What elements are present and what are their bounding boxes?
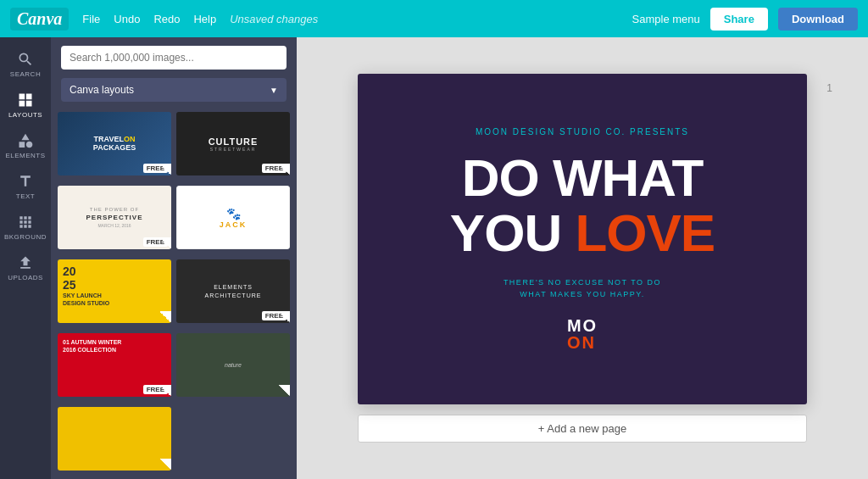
- sample-menu-link[interactable]: Sample menu: [632, 13, 700, 25]
- main-area: SEARCH LAYOUTS ELEMENTS TEXT BKGROUND UP…: [0, 37, 868, 479]
- uploads-icon: [17, 254, 34, 271]
- template-thumb-travel[interactable]: TRAVELONPACKAGES FREE: [58, 112, 171, 175]
- template-thumb-sky[interactable]: 2025 SKY LAUNCHDESIGN STUDIO: [58, 259, 171, 323]
- canvas-subtitle: MOON DESIGN STUDIO CO. PRESENTS: [476, 127, 689, 136]
- nav-undo[interactable]: Undo: [114, 13, 140, 25]
- nav-redo[interactable]: Redo: [153, 13, 180, 25]
- layouts-icon: [17, 92, 34, 109]
- text-icon: [17, 173, 34, 190]
- template-thumb-forest[interactable]: nature: [176, 333, 290, 397]
- unsaved-changes-label: Unsaved changes: [230, 13, 318, 25]
- search-bar: [51, 37, 297, 78]
- background-label: BKGROUND: [4, 233, 47, 241]
- sidebar-item-uploads[interactable]: UPLOADS: [0, 248, 51, 288]
- forest-thumb-text: nature: [225, 362, 242, 368]
- canva-logo[interactable]: Canva: [10, 8, 69, 31]
- perspective-thumb-main: PERSPECTIVE: [86, 214, 142, 221]
- header: Canva File Undo Redo Help Unsaved change…: [0, 0, 868, 37]
- free-badge-elements: FREE: [262, 311, 287, 320]
- canvas-logo-mo: MO: [567, 317, 598, 334]
- dropdown-bar: Canva layouts ▼: [51, 78, 297, 109]
- uploads-label: UPLOADS: [8, 274, 43, 281]
- add-page-button[interactable]: + Add a new page: [358, 415, 807, 443]
- template-thumb-elements[interactable]: ELEMENTSARCHITECTURE FREE: [176, 259, 290, 323]
- jack-thumb-icon: 🐾: [226, 207, 241, 220]
- search-input[interactable]: [61, 46, 287, 70]
- canvas-wrapper: MOON DESIGN STUDIO CO. PRESENTS DO WHAT …: [358, 74, 807, 404]
- canvas-area[interactable]: MOON DESIGN STUDIO CO. PRESENTS DO WHAT …: [297, 37, 868, 479]
- thumbnails-grid: TRAVELONPACKAGES FREE CULTURE STREETWEAR…: [51, 109, 297, 479]
- canvas-headline-line2: YOU LOVE: [450, 203, 715, 262]
- nav-help[interactable]: Help: [193, 13, 216, 25]
- canvas-headline: DO WHAT YOU LOVE: [450, 150, 715, 260]
- layouts-label: LAYOUTS: [8, 111, 42, 119]
- template-thumb-perspective[interactable]: THE POWER OF PERSPECTIVE MARCH 12, 2016 …: [58, 186, 171, 249]
- sidebar-item-search[interactable]: SEARCH: [0, 44, 51, 85]
- layout-dropdown-wrapper: Canva layouts ▼: [61, 78, 287, 102]
- text-label: TEXT: [16, 192, 35, 200]
- layout-dropdown[interactable]: Canva layouts: [61, 78, 287, 102]
- sidebar-item-background[interactable]: BKGROUND: [0, 207, 51, 248]
- canvas-headline-line1: DO WHAT: [450, 150, 715, 205]
- background-icon: [17, 214, 34, 231]
- layouts-panel: Canva layouts ▼ TRAVELONPACKAGES FREE CU…: [51, 37, 297, 479]
- template-thumb-yellow[interactable]: [58, 407, 171, 471]
- page-number: 1: [826, 82, 832, 94]
- sky-num: 2025: [63, 265, 109, 292]
- perspective-thumb-date: MARCH 12, 2016: [97, 223, 131, 228]
- template-thumb-autumn[interactable]: 01 Autumn Winter2016 Collection FREE: [58, 333, 171, 397]
- sky-text: SKY LAUNCHDESIGN STUDIO: [63, 292, 109, 307]
- share-button[interactable]: Share: [710, 8, 768, 31]
- culture-thumb-text: CULTURE: [209, 136, 259, 147]
- canvas-logo: MO ON: [567, 317, 598, 351]
- jack-thumb-text: JACK: [220, 220, 248, 229]
- free-badge-travel: FREE: [143, 164, 168, 173]
- download-button[interactable]: Download: [778, 8, 858, 31]
- free-badge-culture: FREE: [262, 164, 287, 173]
- canvas-you-text: YOU: [450, 203, 576, 262]
- nav-file[interactable]: File: [82, 13, 100, 25]
- sidebar-item-elements[interactable]: ELEMENTS: [0, 125, 51, 166]
- canvas-card[interactable]: MOON DESIGN STUDIO CO. PRESENTS DO WHAT …: [358, 74, 807, 404]
- template-thumb-jack[interactable]: 🐾 JACK: [176, 186, 290, 249]
- culture-thumb-sub: STREETWEAR: [210, 147, 257, 152]
- elements-label: ELEMENTS: [5, 152, 45, 159]
- canvas-love-text: LOVE: [575, 203, 715, 262]
- sidebar-item-text[interactable]: TEXT: [0, 166, 51, 207]
- elements-thumb-text: ELEMENTSARCHITECTURE: [205, 283, 262, 300]
- header-actions: Sample menu Share Download: [632, 8, 858, 31]
- autumn-thumb-text: 01 Autumn Winter2016 Collection: [63, 338, 121, 354]
- sidebar-item-layouts[interactable]: LAYOUTS: [0, 85, 51, 125]
- search-icon: [17, 51, 34, 68]
- perspective-thumb-top: THE POWER OF: [90, 207, 139, 212]
- template-thumb-culture[interactable]: CULTURE STREETWEAR FREE: [176, 112, 290, 175]
- canvas-tagline: THERE'S NO EXCUSE NOT TO DO WHAT MAKES Y…: [504, 277, 661, 300]
- icon-sidebar: SEARCH LAYOUTS ELEMENTS TEXT BKGROUND UP…: [0, 37, 51, 479]
- search-label: SEARCH: [10, 70, 41, 78]
- sky-thumb-content: 2025 SKY LAUNCHDESIGN STUDIO: [63, 265, 109, 307]
- free-badge-autumn: FREE: [143, 385, 168, 394]
- canvas-logo-on: ON: [567, 334, 596, 351]
- free-badge-perspective: FREE: [143, 237, 168, 247]
- elements-icon: [17, 132, 34, 149]
- travel-thumb-content: TRAVELONPACKAGES: [93, 136, 136, 153]
